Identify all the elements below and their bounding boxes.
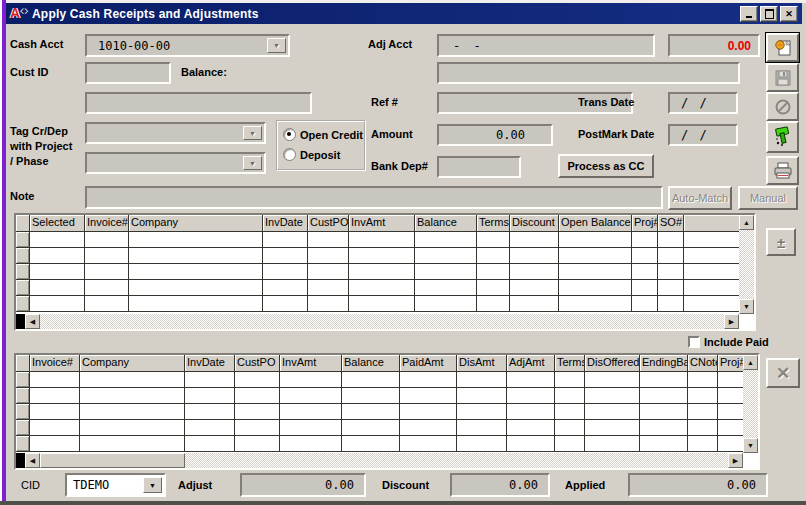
row-selector[interactable] bbox=[16, 372, 30, 388]
scroll-up-icon[interactable]: ▲ bbox=[743, 355, 758, 370]
cust-id-field[interactable] bbox=[85, 62, 171, 84]
grid-cell[interactable] bbox=[559, 264, 632, 280]
grid-cell[interactable] bbox=[349, 232, 415, 248]
grid-cell[interactable] bbox=[718, 420, 743, 436]
grid-cell[interactable] bbox=[510, 248, 559, 264]
grid-cell[interactable] bbox=[30, 388, 80, 404]
grid-cell[interactable] bbox=[263, 296, 308, 312]
grid-cell[interactable] bbox=[308, 264, 349, 280]
column-header[interactable]: SO# bbox=[658, 215, 684, 232]
grid-cell[interactable] bbox=[555, 372, 585, 388]
project-combo[interactable]: ▼ bbox=[85, 122, 266, 144]
table-row[interactable] bbox=[16, 264, 739, 280]
grid-cell[interactable] bbox=[559, 232, 632, 248]
table-row[interactable] bbox=[16, 436, 743, 452]
column-header[interactable]: InvDate bbox=[263, 215, 308, 232]
grid-cell[interactable] bbox=[510, 296, 559, 312]
column-header[interactable]: Proj# bbox=[632, 215, 658, 232]
row-selector[interactable] bbox=[16, 232, 30, 248]
column-header[interactable]: PaidAmt bbox=[400, 355, 457, 372]
include-paid-checkbox[interactable]: Include Paid bbox=[688, 336, 769, 348]
grid-splitter[interactable] bbox=[16, 453, 25, 468]
grid-cell[interactable] bbox=[415, 280, 477, 296]
scroll-left-icon[interactable]: ◀ bbox=[25, 314, 40, 329]
grid-cell[interactable] bbox=[507, 404, 555, 420]
grid-cell[interactable] bbox=[559, 296, 632, 312]
grid-cell[interactable] bbox=[235, 372, 280, 388]
process-as-cc-button[interactable]: Process as CC bbox=[558, 154, 654, 178]
column-header[interactable]: Balance bbox=[342, 355, 400, 372]
grid-cell[interactable] bbox=[85, 264, 129, 280]
grid-cell[interactable] bbox=[400, 404, 457, 420]
grid-cell[interactable] bbox=[308, 296, 349, 312]
grid-cell[interactable] bbox=[235, 388, 280, 404]
lookup-button[interactable] bbox=[766, 33, 799, 62]
grid-cell[interactable] bbox=[80, 388, 185, 404]
grid-cell[interactable] bbox=[658, 232, 684, 248]
grid-cell[interactable] bbox=[688, 420, 718, 436]
grid-cell[interactable] bbox=[632, 232, 658, 248]
chevron-down-icon[interactable]: ▼ bbox=[143, 477, 162, 493]
grid-cell[interactable] bbox=[185, 420, 235, 436]
grid-cell[interactable] bbox=[349, 248, 415, 264]
grid-cell[interactable] bbox=[349, 296, 415, 312]
titlebar[interactable]: A◆ Apply Cash Receipts and Adjustments ✕ bbox=[6, 3, 802, 24]
grid-cell[interactable] bbox=[477, 232, 510, 248]
grid-cell[interactable] bbox=[640, 404, 688, 420]
row-selector[interactable] bbox=[16, 436, 30, 452]
amount-field[interactable]: 0.00 bbox=[437, 124, 553, 146]
grid-cell[interactable] bbox=[559, 248, 632, 264]
column-header[interactable]: AdjAmt bbox=[507, 355, 555, 372]
grid-cell[interactable] bbox=[457, 404, 507, 420]
grid-cell[interactable] bbox=[342, 404, 400, 420]
minimize-button[interactable] bbox=[740, 6, 758, 22]
grid-cell[interactable] bbox=[688, 372, 718, 388]
column-header[interactable]: Invoice# bbox=[30, 355, 80, 372]
scroll-right-icon[interactable]: ▶ bbox=[724, 314, 739, 329]
grid-cell[interactable] bbox=[555, 404, 585, 420]
grid-cell[interactable] bbox=[477, 248, 510, 264]
cancel-button[interactable] bbox=[766, 92, 799, 121]
column-header[interactable]: Company bbox=[129, 215, 263, 232]
maximize-button[interactable] bbox=[760, 6, 778, 22]
grid-cell[interactable] bbox=[585, 372, 640, 388]
grid-cell[interactable] bbox=[415, 248, 477, 264]
grid-cell[interactable] bbox=[85, 296, 129, 312]
scroll-up-icon[interactable]: ▲ bbox=[739, 215, 754, 230]
grid-cell[interactable] bbox=[510, 264, 559, 280]
grid-cell[interactable] bbox=[507, 388, 555, 404]
row-selector[interactable] bbox=[16, 264, 30, 280]
grid-cell[interactable] bbox=[555, 420, 585, 436]
grid-cell[interactable] bbox=[640, 420, 688, 436]
grid-cell[interactable] bbox=[30, 436, 80, 452]
grid-cell[interactable] bbox=[263, 248, 308, 264]
grid-cell[interactable] bbox=[80, 420, 185, 436]
grid-cell[interactable] bbox=[263, 264, 308, 280]
grid-cell[interactable] bbox=[342, 420, 400, 436]
grid-cell[interactable] bbox=[342, 388, 400, 404]
column-header[interactable]: Balance bbox=[415, 215, 477, 232]
grid-cell[interactable] bbox=[585, 388, 640, 404]
grid-cell[interactable] bbox=[457, 388, 507, 404]
grid-cell[interactable] bbox=[400, 372, 457, 388]
row-selector[interactable] bbox=[16, 280, 30, 296]
chevron-down-icon[interactable]: ▼ bbox=[243, 156, 262, 170]
grid-cell[interactable] bbox=[80, 404, 185, 420]
trans-date-field[interactable]: / / bbox=[668, 92, 738, 114]
grid-cell[interactable] bbox=[640, 436, 688, 452]
table-row[interactable] bbox=[16, 388, 743, 404]
cid-combo[interactable]: TDEMO ▼ bbox=[65, 473, 166, 497]
grid-cell[interactable] bbox=[510, 232, 559, 248]
column-header[interactable]: InvDate bbox=[185, 355, 235, 372]
phase-combo[interactable]: ▼ bbox=[85, 152, 266, 174]
column-header[interactable]: CustPO bbox=[235, 355, 280, 372]
grid-cell[interactable] bbox=[30, 420, 80, 436]
grid-cell[interactable] bbox=[658, 248, 684, 264]
column-header[interactable]: Discount bbox=[510, 215, 559, 232]
grid-cell[interactable] bbox=[415, 232, 477, 248]
grid-cell[interactable] bbox=[349, 280, 415, 296]
scrollbar-thumb[interactable] bbox=[40, 453, 185, 468]
bank-dep-field[interactable] bbox=[437, 156, 521, 178]
grid-cell[interactable] bbox=[688, 388, 718, 404]
column-header[interactable]: Terms bbox=[555, 355, 585, 372]
